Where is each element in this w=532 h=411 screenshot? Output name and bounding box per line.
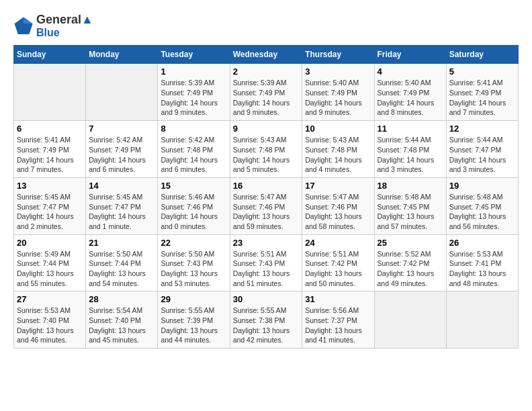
day-info: Sunrise: 5:39 AM Sunset: 7:49 PM Dayligh… (233, 78, 300, 118)
day-number: 3 (305, 66, 371, 77)
day-info: Sunrise: 5:43 AM Sunset: 7:48 PM Dayligh… (305, 135, 371, 175)
day-number: 2 (233, 66, 300, 77)
day-info: Sunrise: 5:47 AM Sunset: 7:46 PM Dayligh… (305, 192, 371, 232)
day-info: Sunrise: 5:49 AM Sunset: 7:44 PM Dayligh… (17, 249, 83, 289)
weekday-header-monday: Monday (86, 46, 158, 64)
logo-text: General▲ Blue (36, 13, 93, 38)
calendar-cell: 12Sunrise: 5:44 AM Sunset: 7:47 PM Dayli… (446, 121, 518, 178)
calendar-cell: 6Sunrise: 5:41 AM Sunset: 7:49 PM Daylig… (14, 121, 86, 178)
calendar-cell: 8Sunrise: 5:42 AM Sunset: 7:48 PM Daylig… (158, 121, 230, 178)
day-info: Sunrise: 5:51 AM Sunset: 7:43 PM Dayligh… (233, 249, 300, 289)
calendar-cell: 29Sunrise: 5:55 AM Sunset: 7:39 PM Dayli… (158, 291, 230, 349)
calendar-cell: 4Sunrise: 5:40 AM Sunset: 7:49 PM Daylig… (374, 64, 446, 121)
day-info: Sunrise: 5:56 AM Sunset: 7:37 PM Dayligh… (305, 306, 371, 345)
day-number: 30 (233, 294, 300, 304)
day-number: 7 (89, 124, 154, 134)
day-number: 4 (378, 66, 443, 77)
day-info: Sunrise: 5:45 AM Sunset: 7:47 PM Dayligh… (89, 192, 154, 232)
calendar-cell: 11Sunrise: 5:44 AM Sunset: 7:48 PM Dayli… (374, 121, 446, 178)
calendar-cell: 31Sunrise: 5:56 AM Sunset: 7:37 PM Dayli… (302, 291, 374, 349)
day-number: 9 (233, 124, 300, 134)
svg-marker-1 (24, 17, 33, 24)
day-number: 31 (305, 294, 371, 304)
day-info: Sunrise: 5:55 AM Sunset: 7:39 PM Dayligh… (161, 306, 226, 345)
day-number: 1 (161, 66, 226, 77)
day-info: Sunrise: 5:44 AM Sunset: 7:47 PM Dayligh… (449, 135, 515, 175)
day-number: 24 (305, 238, 371, 248)
calendar-week-row: 1Sunrise: 5:39 AM Sunset: 7:49 PM Daylig… (14, 64, 519, 121)
calendar-cell: 30Sunrise: 5:55 AM Sunset: 7:38 PM Dayli… (230, 291, 302, 349)
day-info: Sunrise: 5:50 AM Sunset: 7:44 PM Dayligh… (89, 249, 154, 289)
day-number: 18 (378, 181, 443, 191)
calendar-cell: 17Sunrise: 5:47 AM Sunset: 7:46 PM Dayli… (302, 177, 374, 234)
day-info: Sunrise: 5:47 AM Sunset: 7:46 PM Dayligh… (233, 192, 300, 232)
day-info: Sunrise: 5:43 AM Sunset: 7:48 PM Dayligh… (233, 135, 300, 175)
weekday-header-row: SundayMondayTuesdayWednesdayThursdayFrid… (14, 46, 519, 64)
day-info: Sunrise: 5:52 AM Sunset: 7:42 PM Dayligh… (378, 249, 443, 289)
calendar-week-row: 6Sunrise: 5:41 AM Sunset: 7:49 PM Daylig… (14, 121, 519, 178)
day-info: Sunrise: 5:41 AM Sunset: 7:49 PM Dayligh… (449, 78, 515, 118)
calendar-cell (374, 291, 446, 349)
calendar-cell: 18Sunrise: 5:48 AM Sunset: 7:45 PM Dayli… (374, 177, 446, 234)
day-info: Sunrise: 5:54 AM Sunset: 7:40 PM Dayligh… (89, 306, 154, 345)
calendar-cell: 5Sunrise: 5:41 AM Sunset: 7:49 PM Daylig… (446, 64, 518, 121)
calendar-cell: 3Sunrise: 5:40 AM Sunset: 7:49 PM Daylig… (302, 64, 374, 121)
calendar-cell: 20Sunrise: 5:49 AM Sunset: 7:44 PM Dayli… (14, 234, 86, 291)
weekday-header-thursday: Thursday (302, 46, 374, 64)
day-number: 12 (449, 124, 515, 134)
day-info: Sunrise: 5:44 AM Sunset: 7:48 PM Dayligh… (378, 135, 443, 175)
calendar-week-row: 20Sunrise: 5:49 AM Sunset: 7:44 PM Dayli… (14, 234, 519, 291)
day-info: Sunrise: 5:46 AM Sunset: 7:46 PM Dayligh… (161, 192, 226, 232)
calendar-cell (86, 64, 158, 121)
day-number: 5 (449, 66, 515, 77)
day-info: Sunrise: 5:48 AM Sunset: 7:45 PM Dayligh… (378, 192, 443, 232)
day-number: 17 (305, 181, 371, 191)
day-info: Sunrise: 5:40 AM Sunset: 7:49 PM Dayligh… (378, 78, 443, 118)
day-info: Sunrise: 5:39 AM Sunset: 7:49 PM Dayligh… (161, 78, 226, 118)
day-info: Sunrise: 5:41 AM Sunset: 7:49 PM Dayligh… (17, 135, 83, 175)
calendar-table: SundayMondayTuesdayWednesdayThursdayFrid… (13, 45, 519, 349)
calendar-cell: 15Sunrise: 5:46 AM Sunset: 7:46 PM Dayli… (158, 177, 230, 234)
day-info: Sunrise: 5:40 AM Sunset: 7:49 PM Dayligh… (305, 78, 371, 118)
day-number: 29 (161, 294, 226, 304)
weekday-header-tuesday: Tuesday (158, 46, 230, 64)
weekday-header-wednesday: Wednesday (230, 46, 302, 64)
calendar-cell: 1Sunrise: 5:39 AM Sunset: 7:49 PM Daylig… (158, 64, 230, 121)
calendar-cell: 24Sunrise: 5:51 AM Sunset: 7:42 PM Dayli… (302, 234, 374, 291)
day-number: 8 (161, 124, 226, 134)
calendar-cell: 21Sunrise: 5:50 AM Sunset: 7:44 PM Dayli… (86, 234, 158, 291)
page-header: General▲ Blue (13, 13, 519, 38)
calendar-cell: 7Sunrise: 5:42 AM Sunset: 7:49 PM Daylig… (86, 121, 158, 178)
calendar-cell: 23Sunrise: 5:51 AM Sunset: 7:43 PM Dayli… (230, 234, 302, 291)
day-number: 6 (17, 124, 83, 134)
calendar-cell: 22Sunrise: 5:50 AM Sunset: 7:43 PM Dayli… (158, 234, 230, 291)
day-number: 27 (17, 294, 83, 304)
day-number: 20 (17, 238, 83, 248)
calendar-cell (14, 64, 86, 121)
day-info: Sunrise: 5:53 AM Sunset: 7:41 PM Dayligh… (449, 249, 515, 289)
day-info: Sunrise: 5:45 AM Sunset: 7:47 PM Dayligh… (17, 192, 83, 232)
calendar-cell: 25Sunrise: 5:52 AM Sunset: 7:42 PM Dayli… (374, 234, 446, 291)
day-info: Sunrise: 5:42 AM Sunset: 7:49 PM Dayligh… (89, 135, 154, 175)
logo: General▲ Blue (13, 13, 93, 38)
day-number: 23 (233, 238, 300, 248)
calendar-cell: 9Sunrise: 5:43 AM Sunset: 7:48 PM Daylig… (230, 121, 302, 178)
day-number: 28 (89, 294, 154, 304)
day-number: 25 (378, 238, 443, 248)
day-info: Sunrise: 5:48 AM Sunset: 7:45 PM Dayligh… (449, 192, 515, 232)
day-number: 15 (161, 181, 226, 191)
weekday-header-saturday: Saturday (446, 46, 518, 64)
day-number: 22 (161, 238, 226, 248)
calendar-cell: 19Sunrise: 5:48 AM Sunset: 7:45 PM Dayli… (446, 177, 518, 234)
weekday-header-friday: Friday (374, 46, 446, 64)
calendar-cell: 2Sunrise: 5:39 AM Sunset: 7:49 PM Daylig… (230, 64, 302, 121)
day-info: Sunrise: 5:55 AM Sunset: 7:38 PM Dayligh… (233, 306, 300, 345)
day-info: Sunrise: 5:50 AM Sunset: 7:43 PM Dayligh… (161, 249, 226, 289)
day-info: Sunrise: 5:42 AM Sunset: 7:48 PM Dayligh… (161, 135, 226, 175)
day-info: Sunrise: 5:51 AM Sunset: 7:42 PM Dayligh… (305, 249, 371, 289)
day-number: 14 (89, 181, 154, 191)
day-number: 13 (17, 181, 83, 191)
day-number: 10 (305, 124, 371, 134)
day-number: 19 (449, 181, 515, 191)
day-number: 26 (449, 238, 515, 248)
